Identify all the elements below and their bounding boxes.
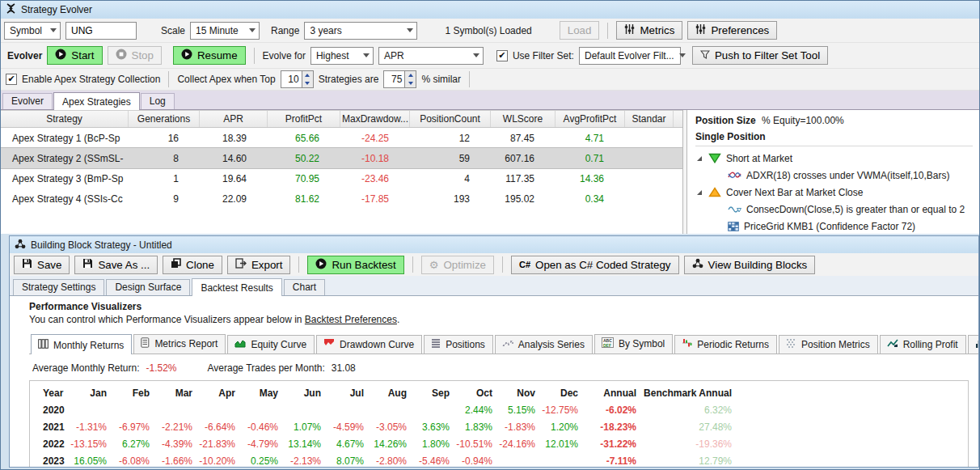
column-header-generations[interactable]: Generations [129, 111, 200, 127]
filter-set-select[interactable]: Default Evolver Filt... [579, 47, 681, 65]
stepper-up-icon[interactable] [405, 71, 416, 79]
tab-evolver[interactable]: Evolver [2, 93, 53, 109]
column-header-maxdrawdown[interactable]: MaxDrawdow... [340, 111, 410, 127]
save-icon [22, 258, 32, 271]
view-building-blocks-button[interactable]: View Building Blocks [684, 256, 816, 274]
evolver-label: Evolver [7, 50, 42, 61]
scale-select[interactable]: 15 Minute [190, 22, 260, 40]
target-metric-select[interactable]: APR [378, 47, 484, 65]
tree-node[interactable]: Short at Market [695, 150, 973, 167]
stepper-up-icon[interactable] [302, 71, 313, 79]
symbol-mode-select[interactable]: Symbol [4, 22, 61, 40]
export-button[interactable]: Export [227, 256, 291, 274]
column-header-strategy[interactable]: Strategy [1, 111, 129, 127]
cell-avgprofitpct: 14.36 [555, 168, 625, 188]
monthly-stats-line: Average Monthly Return:-1.52% Average Tr… [32, 362, 972, 374]
resume-button[interactable]: Resume [173, 46, 246, 65]
save-icon [82, 258, 93, 271]
monthly-cell: -6.64% [201, 418, 243, 435]
push-to-filter-set-button[interactable]: Push to Filter Set Tool [692, 46, 828, 65]
visualizer-tab-by-symbol[interactable]: ABCDEFBy Symbol [594, 334, 673, 354]
apex-strategy-row[interactable]: Apex Strategy 4 (SSIs-Cc922.0981.62-17.8… [1, 188, 682, 209]
run-backtest-button[interactable]: Run Backtest [307, 256, 403, 274]
save-as-button[interactable]: Save As ... [74, 256, 158, 274]
apex-strategies-table: StrategyGenerationsAPRProfitPctMaxDrawdo… [1, 110, 682, 234]
cell-wlscore: 117.35 [491, 168, 555, 188]
backtest-preferences-link[interactable]: Backtest Preferences [305, 314, 397, 325]
monthly-column-header: Feb [115, 384, 158, 401]
cell-strategy: Apex Strategy 3 (BmP-Sp [1, 168, 129, 188]
toolbar-separator [502, 256, 503, 273]
monthly-cell: -2.80% [372, 452, 415, 467]
tab-design-surface[interactable]: Design Surface [106, 279, 190, 295]
clone-button[interactable]: Clone [163, 256, 222, 274]
cell-avgprofitpct: 0.34 [555, 188, 625, 209]
range-select[interactable]: 3 years [304, 22, 417, 40]
column-header-wlscore[interactable]: WLScore [491, 111, 555, 127]
column-header-profitpct[interactable]: ProfitPct [268, 111, 340, 127]
apex-strategy-row[interactable]: Apex Strategy 3 (BmP-Sp119.6470.95-23.46… [1, 168, 682, 188]
chevron-down-icon [407, 28, 413, 32]
tree-condition[interactable]: ConsecDown(Close,5) is greater than or e… [695, 201, 973, 218]
similar-pct-stepper[interactable]: 75 [383, 70, 416, 88]
expander-icon[interactable] [695, 155, 703, 162]
column-header-standard[interactable]: Standar [625, 111, 674, 127]
optimize-button[interactable]: ⚙Optimize [421, 256, 494, 274]
bottom-shell: Building Block Strategy - Untitled Save … [1, 234, 979, 469]
tree-condition[interactable]: ADXR(18) crosses under VWMA(itself,10,Ba… [695, 167, 973, 184]
tab-backtest-results[interactable]: Backtest Results [192, 278, 281, 296]
apex-strategy-row[interactable]: Apex Strategy 2 (SSmSL-814.6050.22-10.18… [1, 148, 682, 168]
stepper-down-icon[interactable] [405, 79, 416, 87]
visualizer-tab-monthly-returns[interactable]: Monthly Returns [31, 334, 132, 354]
strategy-detail-panel: Position Size % Equity=100.00% Single Po… [687, 110, 979, 234]
tab-chart[interactable]: Chart [284, 279, 325, 295]
monthly-cell: 0.25% [243, 452, 286, 467]
enable-apex-checkbox[interactable] [6, 74, 17, 85]
visualizer-tab-equity-curve[interactable]: Equity Curve [227, 335, 315, 354]
visualizer-tab-position-metrics[interactable]: Position Metrics [779, 335, 878, 354]
tab-strategy-settings[interactable]: Strategy Settings [13, 279, 104, 295]
monthly-cell: 16.05% [72, 452, 115, 467]
open-csharp-button[interactable]: C#Open as C# Coded Strategy [511, 256, 679, 274]
top-count-stepper[interactable]: 10 [281, 70, 314, 88]
column-header-apr[interactable]: APR [200, 111, 268, 127]
column-header-positioncount[interactable]: PositionCount [410, 111, 491, 127]
tree-node[interactable]: Cover Next Bar at Market Close [695, 184, 973, 201]
stepper-down-icon[interactable] [302, 79, 313, 87]
visualizer-tab-monte-carlo[interactable]: Monte Carlo [968, 335, 978, 354]
visualizer-tab-analysis-series[interactable]: Analysis Series [495, 335, 593, 354]
tree-condition[interactable]: PriceGrid KMB1 (Confidence Factor 72) [695, 218, 973, 234]
stop-button[interactable]: Stop [108, 46, 162, 65]
visualizer-tab-drawdown-curve[interactable]: Drawdown Curve [316, 335, 422, 354]
expander-icon[interactable] [695, 189, 703, 196]
start-button[interactable]: Start [47, 46, 102, 65]
symbol-input[interactable] [65, 22, 137, 40]
load-button[interactable]: Load [560, 21, 600, 40]
monthly-cell [201, 401, 243, 418]
scale-label: Scale [161, 25, 185, 36]
avg-trades-value: 31.08 [332, 362, 356, 374]
use-filter-set-checkbox[interactable] [496, 50, 508, 61]
cell-strategy: Apex Strategy 2 (SSmSL- [1, 148, 129, 168]
monthly-cell: -21.83% [201, 435, 243, 452]
metrics-button[interactable]: Metrics [616, 21, 682, 40]
target-qualifier-select[interactable]: Highest [310, 47, 374, 65]
apex-strategy-row[interactable]: Apex Strategy 1 (BcP-Sp1618.3965.66-24.2… [1, 128, 682, 148]
visualizer-tab-periodic-returns[interactable]: Periodic Returns [674, 335, 777, 354]
short-at-market-icon [708, 153, 721, 163]
monthly-cell [72, 401, 115, 418]
save-button[interactable]: Save [14, 256, 70, 274]
description-text: You can control which Performance Visual… [29, 314, 305, 325]
visualizer-tab-metrics-report[interactable]: Metrics Report [133, 334, 226, 354]
tab-apex-strategies[interactable]: Apex Strategies [53, 92, 140, 110]
monthly-return-row: 2021-1.31%-6.97%-2.21%-6.64%-0.46%1.07%-… [30, 418, 968, 435]
visualizer-tab-positions[interactable]: Positions [424, 335, 493, 354]
monthly-cell: -10.51% [458, 435, 501, 452]
avg-monthly-return-label: Average Monthly Return: [32, 362, 140, 374]
monthly-cell [543, 452, 586, 467]
column-header-avgprofitpct[interactable]: AvgProfitPct [555, 111, 625, 127]
preferences-button[interactable]: Preferences [687, 21, 777, 40]
visualizer-tab-rolling-profit[interactable]: Rolling Profit [880, 335, 966, 354]
tab-log[interactable]: Log [141, 93, 175, 109]
svg-text:DEF: DEF [603, 343, 611, 348]
